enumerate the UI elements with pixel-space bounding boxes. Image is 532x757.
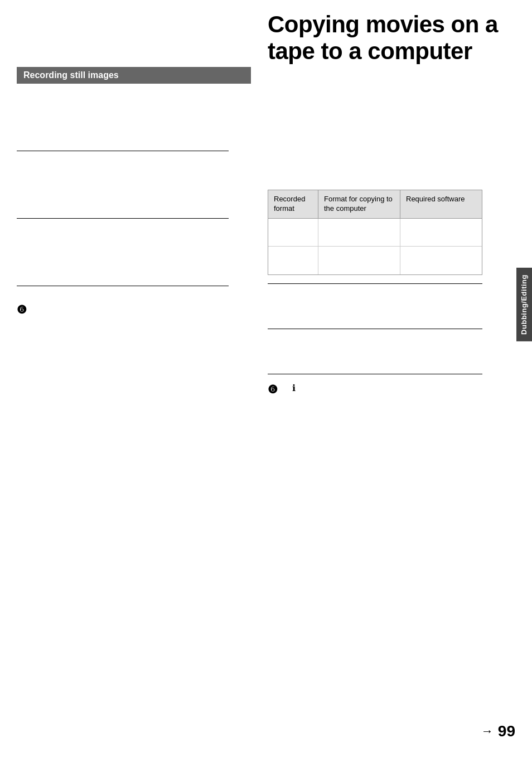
- row2-col1: [268, 247, 318, 274]
- right-note-icon: ❻: [268, 383, 278, 396]
- row1-col1: [268, 219, 318, 246]
- divider-1: [17, 151, 229, 151]
- right-text-block-2: [268, 337, 482, 365]
- row1-col3: [400, 219, 482, 246]
- title-line1: Copying movies on a: [268, 11, 498, 37]
- page-container: Copying movies on a tape to a computer R…: [0, 0, 532, 757]
- page-number-area: → 99: [481, 722, 515, 740]
- table-header-col2: Format for copying to the computer: [318, 190, 400, 218]
- title-line2: tape to a computer: [268, 38, 472, 64]
- left-note-area: ❻: [17, 297, 251, 316]
- divider-3: [17, 286, 229, 286]
- side-tab-label: Dubbing/Editing: [520, 274, 528, 335]
- header-col1-text: Recorded format: [274, 195, 305, 213]
- left-note-icon: ❻: [17, 303, 27, 316]
- row2-col3: [400, 247, 482, 274]
- main-title: Copying movies on a tape to a computer: [268, 11, 515, 65]
- right-content-area: Recorded format Format for copying to th…: [268, 190, 482, 396]
- table-row: [268, 219, 482, 247]
- right-divider-2: [268, 329, 482, 329]
- left-text-block-1: [17, 95, 251, 139]
- title-section: Copying movies on a tape to a computer: [268, 11, 515, 65]
- row2-col2: [318, 247, 400, 274]
- left-text-block-2: [17, 162, 251, 207]
- page-number: 99: [498, 722, 515, 740]
- page-arrow: →: [481, 724, 494, 739]
- right-note-area: ❻ ℹ: [268, 383, 482, 396]
- section-header: Recording still images: [17, 67, 251, 84]
- right-text-block-1: [268, 292, 482, 320]
- table-header-row: Recorded format Format for copying to th…: [268, 190, 482, 219]
- section-header-label: Recording still images: [23, 70, 119, 80]
- header-col3-text: Required software: [406, 195, 465, 203]
- header-col2-text: Format for copying to the computer: [324, 195, 393, 213]
- data-table: Recorded format Format for copying to th…: [268, 190, 482, 275]
- right-divider-1: [268, 283, 482, 284]
- table-header-col1: Recorded format: [268, 190, 318, 218]
- left-column: Recording still images ❻: [17, 67, 251, 316]
- row1-col2: [318, 219, 400, 246]
- table-header-col3: Required software: [400, 190, 482, 218]
- right-divider-3: [268, 374, 482, 374]
- info-icon: ℹ: [292, 383, 296, 393]
- left-text-block-3: [17, 230, 251, 274]
- side-tab-dubbing-editing: Dubbing/Editing: [516, 268, 532, 341]
- divider-2: [17, 218, 229, 219]
- table-row: [268, 247, 482, 274]
